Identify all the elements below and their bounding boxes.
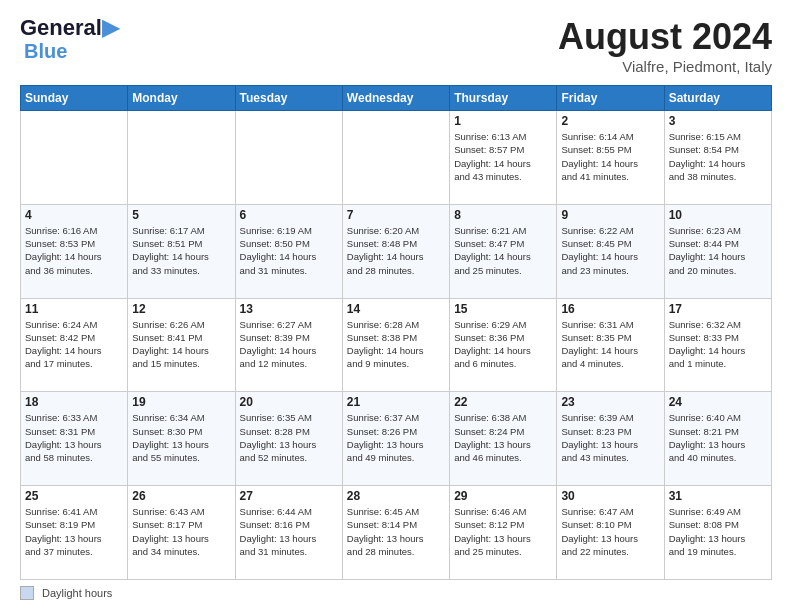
calendar-cell: 15Sunrise: 6:29 AM Sunset: 8:36 PM Dayli… xyxy=(450,298,557,392)
title-area: August 2024 Vialfre, Piedmont, Italy xyxy=(558,16,772,75)
calendar-cell: 24Sunrise: 6:40 AM Sunset: 8:21 PM Dayli… xyxy=(664,392,771,486)
day-info: Sunrise: 6:27 AM Sunset: 8:39 PM Dayligh… xyxy=(240,318,338,371)
day-number: 15 xyxy=(454,302,552,316)
calendar-cell: 19Sunrise: 6:34 AM Sunset: 8:30 PM Dayli… xyxy=(128,392,235,486)
calendar-cell: 29Sunrise: 6:46 AM Sunset: 8:12 PM Dayli… xyxy=(450,486,557,580)
day-number: 3 xyxy=(669,114,767,128)
calendar-cell: 7Sunrise: 6:20 AM Sunset: 8:48 PM Daylig… xyxy=(342,204,449,298)
calendar-week-row: 1Sunrise: 6:13 AM Sunset: 8:57 PM Daylig… xyxy=(21,111,772,205)
calendar-cell: 14Sunrise: 6:28 AM Sunset: 8:38 PM Dayli… xyxy=(342,298,449,392)
day-info: Sunrise: 6:16 AM Sunset: 8:53 PM Dayligh… xyxy=(25,224,123,277)
day-info: Sunrise: 6:17 AM Sunset: 8:51 PM Dayligh… xyxy=(132,224,230,277)
day-info: Sunrise: 6:28 AM Sunset: 8:38 PM Dayligh… xyxy=(347,318,445,371)
day-info: Sunrise: 6:29 AM Sunset: 8:36 PM Dayligh… xyxy=(454,318,552,371)
day-info: Sunrise: 6:22 AM Sunset: 8:45 PM Dayligh… xyxy=(561,224,659,277)
calendar-cell: 23Sunrise: 6:39 AM Sunset: 8:23 PM Dayli… xyxy=(557,392,664,486)
calendar-cell: 20Sunrise: 6:35 AM Sunset: 8:28 PM Dayli… xyxy=(235,392,342,486)
calendar-header-row: SundayMondayTuesdayWednesdayThursdayFrid… xyxy=(21,86,772,111)
day-info: Sunrise: 6:35 AM Sunset: 8:28 PM Dayligh… xyxy=(240,411,338,464)
day-info: Sunrise: 6:46 AM Sunset: 8:12 PM Dayligh… xyxy=(454,505,552,558)
day-header-friday: Friday xyxy=(557,86,664,111)
legend: Daylight hours xyxy=(20,586,772,600)
calendar-cell: 10Sunrise: 6:23 AM Sunset: 8:44 PM Dayli… xyxy=(664,204,771,298)
calendar-week-row: 11Sunrise: 6:24 AM Sunset: 8:42 PM Dayli… xyxy=(21,298,772,392)
day-info: Sunrise: 6:24 AM Sunset: 8:42 PM Dayligh… xyxy=(25,318,123,371)
day-number: 14 xyxy=(347,302,445,316)
day-info: Sunrise: 6:31 AM Sunset: 8:35 PM Dayligh… xyxy=(561,318,659,371)
day-number: 6 xyxy=(240,208,338,222)
day-number: 21 xyxy=(347,395,445,409)
calendar-cell: 11Sunrise: 6:24 AM Sunset: 8:42 PM Dayli… xyxy=(21,298,128,392)
day-info: Sunrise: 6:20 AM Sunset: 8:48 PM Dayligh… xyxy=(347,224,445,277)
day-number: 29 xyxy=(454,489,552,503)
day-header-monday: Monday xyxy=(128,86,235,111)
day-number: 10 xyxy=(669,208,767,222)
calendar-cell: 21Sunrise: 6:37 AM Sunset: 8:26 PM Dayli… xyxy=(342,392,449,486)
month-title: August 2024 xyxy=(558,16,772,58)
calendar-week-row: 25Sunrise: 6:41 AM Sunset: 8:19 PM Dayli… xyxy=(21,486,772,580)
legend-box xyxy=(20,586,34,600)
day-info: Sunrise: 6:45 AM Sunset: 8:14 PM Dayligh… xyxy=(347,505,445,558)
day-number: 20 xyxy=(240,395,338,409)
calendar-cell: 6Sunrise: 6:19 AM Sunset: 8:50 PM Daylig… xyxy=(235,204,342,298)
location: Vialfre, Piedmont, Italy xyxy=(558,58,772,75)
day-number: 2 xyxy=(561,114,659,128)
day-number: 1 xyxy=(454,114,552,128)
calendar-cell: 1Sunrise: 6:13 AM Sunset: 8:57 PM Daylig… xyxy=(450,111,557,205)
calendar-cell: 12Sunrise: 6:26 AM Sunset: 8:41 PM Dayli… xyxy=(128,298,235,392)
day-number: 19 xyxy=(132,395,230,409)
day-info: Sunrise: 6:43 AM Sunset: 8:17 PM Dayligh… xyxy=(132,505,230,558)
calendar-cell xyxy=(342,111,449,205)
header: General▶ Blue August 2024 Vialfre, Piedm… xyxy=(20,16,772,75)
day-number: 25 xyxy=(25,489,123,503)
day-info: Sunrise: 6:19 AM Sunset: 8:50 PM Dayligh… xyxy=(240,224,338,277)
calendar-cell: 31Sunrise: 6:49 AM Sunset: 8:08 PM Dayli… xyxy=(664,486,771,580)
day-number: 12 xyxy=(132,302,230,316)
calendar-week-row: 4Sunrise: 6:16 AM Sunset: 8:53 PM Daylig… xyxy=(21,204,772,298)
day-info: Sunrise: 6:40 AM Sunset: 8:21 PM Dayligh… xyxy=(669,411,767,464)
day-number: 26 xyxy=(132,489,230,503)
day-number: 30 xyxy=(561,489,659,503)
logo-text2: Blue xyxy=(24,40,67,62)
day-info: Sunrise: 6:32 AM Sunset: 8:33 PM Dayligh… xyxy=(669,318,767,371)
logo: General▶ Blue xyxy=(20,16,119,62)
calendar-cell: 2Sunrise: 6:14 AM Sunset: 8:55 PM Daylig… xyxy=(557,111,664,205)
day-info: Sunrise: 6:47 AM Sunset: 8:10 PM Dayligh… xyxy=(561,505,659,558)
calendar-cell: 16Sunrise: 6:31 AM Sunset: 8:35 PM Dayli… xyxy=(557,298,664,392)
day-number: 9 xyxy=(561,208,659,222)
day-number: 27 xyxy=(240,489,338,503)
day-number: 23 xyxy=(561,395,659,409)
calendar-cell: 22Sunrise: 6:38 AM Sunset: 8:24 PM Dayli… xyxy=(450,392,557,486)
calendar-cell xyxy=(235,111,342,205)
day-number: 16 xyxy=(561,302,659,316)
calendar-cell: 3Sunrise: 6:15 AM Sunset: 8:54 PM Daylig… xyxy=(664,111,771,205)
day-info: Sunrise: 6:21 AM Sunset: 8:47 PM Dayligh… xyxy=(454,224,552,277)
calendar-cell: 9Sunrise: 6:22 AM Sunset: 8:45 PM Daylig… xyxy=(557,204,664,298)
day-number: 13 xyxy=(240,302,338,316)
day-info: Sunrise: 6:38 AM Sunset: 8:24 PM Dayligh… xyxy=(454,411,552,464)
day-header-tuesday: Tuesday xyxy=(235,86,342,111)
calendar-cell: 4Sunrise: 6:16 AM Sunset: 8:53 PM Daylig… xyxy=(21,204,128,298)
day-info: Sunrise: 6:15 AM Sunset: 8:54 PM Dayligh… xyxy=(669,130,767,183)
calendar-cell xyxy=(128,111,235,205)
day-number: 28 xyxy=(347,489,445,503)
day-info: Sunrise: 6:14 AM Sunset: 8:55 PM Dayligh… xyxy=(561,130,659,183)
day-header-thursday: Thursday xyxy=(450,86,557,111)
calendar-cell: 17Sunrise: 6:32 AM Sunset: 8:33 PM Dayli… xyxy=(664,298,771,392)
day-info: Sunrise: 6:44 AM Sunset: 8:16 PM Dayligh… xyxy=(240,505,338,558)
calendar-cell: 26Sunrise: 6:43 AM Sunset: 8:17 PM Dayli… xyxy=(128,486,235,580)
day-info: Sunrise: 6:34 AM Sunset: 8:30 PM Dayligh… xyxy=(132,411,230,464)
day-number: 5 xyxy=(132,208,230,222)
day-info: Sunrise: 6:37 AM Sunset: 8:26 PM Dayligh… xyxy=(347,411,445,464)
day-number: 17 xyxy=(669,302,767,316)
legend-label: Daylight hours xyxy=(42,587,112,599)
day-info: Sunrise: 6:39 AM Sunset: 8:23 PM Dayligh… xyxy=(561,411,659,464)
calendar-cell xyxy=(21,111,128,205)
calendar-cell: 18Sunrise: 6:33 AM Sunset: 8:31 PM Dayli… xyxy=(21,392,128,486)
day-header-sunday: Sunday xyxy=(21,86,128,111)
day-number: 24 xyxy=(669,395,767,409)
day-info: Sunrise: 6:26 AM Sunset: 8:41 PM Dayligh… xyxy=(132,318,230,371)
day-info: Sunrise: 6:49 AM Sunset: 8:08 PM Dayligh… xyxy=(669,505,767,558)
day-header-wednesday: Wednesday xyxy=(342,86,449,111)
page: General▶ Blue August 2024 Vialfre, Piedm… xyxy=(0,0,792,612)
